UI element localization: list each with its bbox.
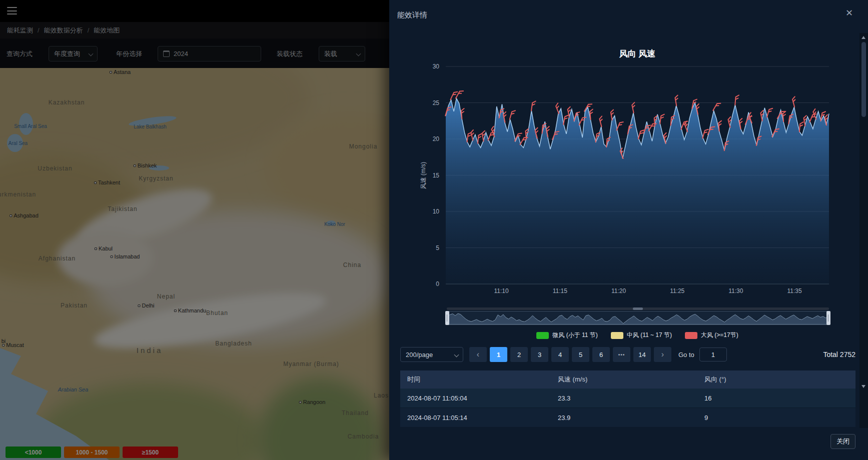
detail-drawer: 能效详情 ✕ 风向 风速 051015202530风速 (m/s)11:1011…	[389, 0, 868, 460]
wind-barb-icon	[510, 110, 515, 120]
wind-barb-icon	[735, 95, 739, 105]
svg-text:5: 5	[436, 244, 439, 252]
legend-label: 中风 (11 ~ 17 节)	[627, 331, 672, 340]
svg-text:11:30: 11:30	[728, 288, 743, 294]
svg-text:30: 30	[433, 63, 440, 70]
drawer-scrollbar[interactable]	[859, 33, 868, 428]
page-button-4[interactable]: 4	[551, 347, 569, 362]
table-row: 2024-08-07 11:05:1423.99	[400, 408, 855, 428]
chart-legend: 微风 (小于 11 节)中风 (11 ~ 17 节)大风 (>=17节)	[446, 331, 829, 340]
wind-barb-icon	[799, 122, 803, 132]
svg-text:15: 15	[433, 172, 440, 179]
wind-barb-icon	[478, 134, 482, 144]
close-icon[interactable]: ✕	[845, 8, 853, 18]
wind-barb-icon	[617, 121, 623, 132]
page-button-3[interactable]: 3	[531, 347, 548, 362]
table-cell: 2024-08-07 11:05:04	[400, 388, 551, 408]
wind-barb-icon	[531, 101, 536, 112]
wind-data-table: 时间风速 (m/s)风向 (°)2024-08-07 11:05:0423.31…	[400, 370, 855, 428]
page-button-1[interactable]: 1	[490, 347, 507, 362]
goto-page-input[interactable]	[699, 348, 727, 362]
table-cell: 16	[697, 388, 855, 408]
pagination-bar: 200/page ‹123456•••14› Go to Total 2752	[400, 347, 855, 362]
svg-text:11:35: 11:35	[787, 288, 802, 294]
scroll-down-icon[interactable]	[861, 385, 865, 388]
legend-item-0[interactable]: 微风 (小于 11 节)	[536, 331, 597, 340]
svg-text:11:15: 11:15	[553, 288, 567, 294]
wind-barb-icon	[631, 102, 636, 113]
scroll-up-icon[interactable]	[861, 36, 865, 39]
legend-swatch-icon	[536, 332, 549, 339]
svg-text:11:25: 11:25	[670, 288, 684, 294]
table-header-cell: 风速 (m/s)	[551, 370, 697, 388]
legend-label: 微风 (小于 11 节)	[552, 331, 597, 340]
table-row: 2024-08-07 11:05:0423.316	[400, 388, 855, 408]
legend-item-2[interactable]: 大风 (>=17节)	[685, 331, 738, 340]
page-button-6[interactable]: 6	[592, 347, 610, 362]
datazoom-move-track[interactable]	[447, 308, 829, 310]
svg-text:11:20: 11:20	[611, 288, 626, 294]
legend-swatch-icon	[611, 332, 623, 339]
scrollbar-thumb[interactable]	[861, 42, 866, 117]
table-cell: 9	[697, 408, 855, 428]
datazoom-left-handle[interactable]	[445, 311, 449, 325]
legend-label: 大风 (>=17节)	[701, 331, 738, 340]
next-page-button[interactable]: ›	[654, 347, 671, 362]
datazoom-preview	[447, 312, 828, 324]
wind-barb-icon	[660, 114, 664, 124]
datazoom-right-handle[interactable]	[826, 311, 830, 325]
wind-barb-icon	[563, 114, 568, 125]
wind-barb-icon	[792, 96, 797, 107]
wind-speed-chart: 051015202530风速 (m/s)11:1011:1511:2011:25…	[389, 60, 868, 300]
wind-barb-icon	[590, 109, 594, 119]
wind-barb-icon	[675, 96, 679, 106]
wind-barb-icon	[461, 108, 465, 118]
datazoom-window[interactable]	[447, 311, 829, 325]
wind-barb-icon	[767, 108, 772, 118]
app-root: 能耗监测 / 能效数据分析 / 能效地图 查询方式 年度查询 年份选择 2024…	[0, 0, 868, 460]
prev-page-button[interactable]: ‹	[469, 347, 487, 362]
page-button-2[interactable]: 2	[510, 347, 528, 362]
table-cell: 2024-08-07 11:05:14	[400, 408, 551, 428]
drawer-title: 能效详情	[397, 10, 427, 20]
svg-text:0: 0	[436, 280, 439, 288]
svg-text:25: 25	[433, 100, 440, 106]
more-pages-button[interactable]: •••	[613, 347, 630, 362]
table-cell: 23.3	[551, 388, 697, 408]
table-header-cell: 时间	[400, 370, 551, 388]
chevron-down-icon	[454, 352, 459, 358]
page-size-select[interactable]: 200/page	[400, 347, 463, 362]
wind-barb-icon	[599, 116, 604, 126]
goto-label: Go to	[678, 351, 694, 358]
svg-text:11:10: 11:10	[494, 288, 509, 294]
page-buttons: ‹123456•••14›	[469, 347, 674, 362]
wind-barb-icon	[456, 90, 463, 100]
legend-swatch-icon	[685, 332, 697, 339]
page-button-5[interactable]: 5	[572, 347, 589, 362]
table-cell: 23.9	[551, 408, 697, 428]
svg-text:风速 (m/s): 风速 (m/s)	[420, 162, 427, 190]
chart-title: 风向 风速	[446, 48, 829, 60]
total-count: Total 2752	[823, 350, 855, 358]
legend-item-1[interactable]: 中风 (11 ~ 17 节)	[611, 331, 672, 340]
wind-barb-icon	[782, 112, 786, 122]
page-size-value: 200/page	[406, 351, 433, 358]
svg-text:20: 20	[433, 136, 440, 142]
svg-text:10: 10	[433, 208, 440, 215]
page-button-14[interactable]: 14	[633, 347, 651, 362]
table-header-cell: 风向 (°)	[697, 370, 855, 388]
datazoom-move-handle[interactable]	[633, 308, 643, 310]
table-header-row: 时间风速 (m/s)风向 (°)	[400, 370, 855, 388]
datazoom-slider[interactable]	[447, 308, 829, 326]
wind-barb-icon	[713, 102, 720, 112]
close-button[interactable]: 关闭	[830, 434, 855, 449]
wind-barb-icon	[718, 121, 722, 131]
